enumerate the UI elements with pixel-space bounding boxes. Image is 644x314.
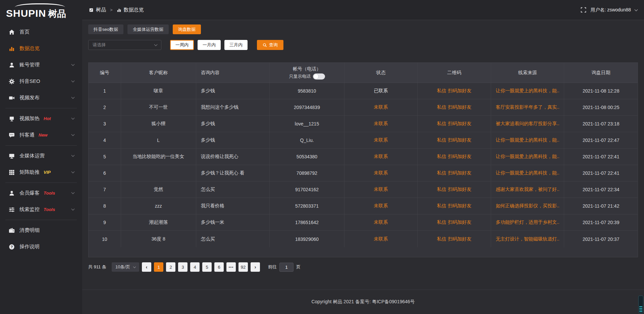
cell-nickname: L	[121, 132, 196, 148]
page-button-1[interactable]: 1	[154, 262, 163, 272]
source-link[interactable]: 让你一眼就爱上的黑科技，能...	[496, 154, 559, 160]
sidebar-item-grid[interactable]: 矩阵助推VIP	[0, 164, 82, 180]
table-header: 编号 客户昵称 咨询内容 帐号（电话） 只显示电话 状态 二维码 线索来源 询盘…	[89, 63, 638, 83]
cell-qrcode: 私信扫码加好友	[418, 165, 491, 181]
sidebar-item-chat[interactable]: 抖客通New	[0, 127, 82, 143]
range-button-3[interactable]: 三月内	[224, 40, 248, 50]
scan-add-friend-link[interactable]: 扫码加好友	[448, 187, 472, 193]
sidebar-item-camera[interactable]: 视频发布	[0, 90, 82, 106]
scan-add-friend-link[interactable]: 扫码加好友	[448, 203, 472, 209]
source-link[interactable]: 感谢大家喜欢我家，被问了好...	[496, 187, 559, 193]
cell-qrcode: 私信扫码加好友	[418, 231, 491, 247]
cell-source: 让你一眼就爱上的黑科技，能...	[491, 149, 565, 165]
tab-2[interactable]: 全媒体运营数据	[127, 24, 169, 34]
sidebar-item-wallet[interactable]: 消费明细	[0, 222, 82, 239]
cell-source: 感谢大家喜欢我家，被问了好...	[491, 181, 565, 198]
bar-chart-icon	[117, 8, 121, 12]
topbar: 树品 > 数据总览 用户名: zswodun88	[82, 0, 644, 20]
next-page-button[interactable]: ›	[251, 262, 260, 272]
source-link[interactable]: 客厅安装投影半年多了，真实...	[496, 104, 559, 110]
chevron-down-icon[interactable]	[635, 8, 638, 11]
table-row: 8zzz我只看价格572803371未联系私信扫码加好友如何正确选择投影仪，买投…	[89, 198, 638, 214]
sidebar-item-user[interactable]: 账号管理	[0, 57, 82, 73]
private-message-link[interactable]: 私信	[437, 104, 446, 110]
private-message-link[interactable]: 私信	[437, 154, 446, 160]
source-link[interactable]: 被大家追着问的客厅投影分享...	[496, 121, 559, 127]
source-link[interactable]: 无主灯设计，智能磁吸轨道灯...	[496, 236, 559, 242]
goto-page-input[interactable]	[279, 263, 293, 272]
scan-add-friend-link[interactable]: 扫码加好友	[448, 88, 472, 94]
sidebar-item-label: 会员爆客	[19, 190, 40, 196]
sidebar-item-question[interactable]: ?操作说明	[0, 239, 82, 255]
sidebar-item-label: 数据总览	[19, 45, 40, 52]
page-button-3[interactable]: 3	[178, 262, 187, 272]
cell-no: 10	[89, 231, 121, 247]
cell-nickname: 啵章	[121, 83, 196, 99]
private-message-link[interactable]: 私信	[437, 187, 446, 193]
username[interactable]: 用户名: zswodun88	[590, 7, 631, 13]
sidebar-item-user-solid[interactable]: 会员爆客Tools	[0, 185, 82, 201]
scan-add-friend-link[interactable]: 扫码加好友	[448, 219, 472, 225]
chevron-down-icon	[154, 43, 158, 46]
phone-only-toggle[interactable]	[313, 73, 325, 80]
sidebar-item-gear[interactable]: 抖音SEO	[0, 73, 82, 90]
cell-date: 2021-11-07 20:39	[564, 214, 638, 230]
scan-add-friend-link[interactable]: 扫码加好友	[448, 170, 472, 176]
page-button-4[interactable]: 4	[190, 262, 200, 272]
private-message-link[interactable]: 私信	[437, 121, 446, 127]
scan-add-friend-link[interactable]: 扫码加好友	[448, 154, 472, 160]
scan-add-friend-link[interactable]: 扫码加好友	[448, 236, 472, 242]
page-button-6[interactable]: 6	[214, 262, 224, 272]
sidebar-divider	[5, 108, 77, 108]
tab-1[interactable]: 抖音seo数据	[88, 24, 123, 34]
sidebar-item-monitor-sm[interactable]: 视频加热Hot	[0, 110, 82, 127]
range-buttons: 一周内一月内三月内	[170, 40, 248, 50]
table-body: 1啵章多少钱9583810已联系私信扫码加好友让你一眼就爱上的黑科技，能...2…	[89, 83, 638, 247]
sidebar-item-chart[interactable]: 数据总览	[0, 40, 82, 57]
col-no: 编号	[89, 63, 121, 83]
scan-add-friend-link[interactable]: 扫码加好友	[448, 104, 472, 110]
sidebar-item-sliders[interactable]: 线索监控Tools	[0, 201, 82, 218]
sidebar-item-label: 抖音SEO	[19, 78, 40, 85]
page-button-2[interactable]: 2	[166, 262, 175, 272]
private-message-link[interactable]: 私信	[437, 203, 446, 209]
private-message-link[interactable]: 私信	[437, 88, 446, 94]
more-pages-button[interactable]: •••	[226, 262, 236, 272]
phone-toggle-row: 只显示电话	[289, 73, 325, 80]
source-link[interactable]: 让你一眼就爱上的黑科技，能...	[496, 137, 559, 143]
private-message-link[interactable]: 私信	[437, 170, 446, 176]
source-link[interactable]: 如何正确选择投影仪，买投影...	[496, 203, 559, 209]
tab-3[interactable]: 询盘数据	[173, 24, 201, 34]
cell-nickname: 不可一世	[121, 99, 196, 115]
private-message-link[interactable]: 私信	[437, 219, 446, 225]
cell-date: 2021-11-07 21:42	[564, 198, 638, 214]
fullscreen-icon[interactable]	[581, 7, 586, 13]
search-button[interactable]: 查询	[257, 40, 283, 50]
cell-date: 2021-11-07 22:47	[564, 132, 638, 148]
floating-widget[interactable]	[638, 296, 643, 314]
breadcrumb-home[interactable]: 树品	[96, 7, 106, 13]
private-message-link[interactable]: 私信	[437, 236, 446, 242]
prev-page-button[interactable]: ‹	[142, 262, 151, 272]
page-size-select[interactable]: 10条/页	[112, 262, 139, 272]
source-link[interactable]: 让你一眼就爱上的黑科技，能...	[496, 88, 559, 94]
private-message-link[interactable]: 私信	[437, 137, 446, 143]
page-button-92[interactable]: 92	[238, 262, 248, 272]
logo: SHUPIN 树品	[0, 0, 82, 20]
scan-add-friend-link[interactable]: 扫码加好友	[448, 137, 472, 143]
source-link[interactable]: 多功能护栏灯，适用于乡村文...	[496, 219, 559, 225]
phone-toggle-label: 只显示电话	[289, 73, 311, 80]
pagination: 共 911 条10条/页‹123456•••92›前往页	[88, 262, 638, 272]
range-button-2[interactable]: 一月内	[198, 40, 221, 50]
sidebar-item-monitor[interactable]: 全媒体运营	[0, 148, 82, 164]
cell-no: 4	[89, 132, 121, 148]
range-button-1[interactable]: 一周内	[170, 40, 194, 50]
source-link[interactable]: 让你一眼就爱上的黑科技，能...	[496, 170, 559, 176]
col-status: 状态	[344, 63, 418, 83]
gear-icon	[9, 78, 15, 85]
sidebar-item-home[interactable]: 首页	[0, 24, 82, 40]
filter-select[interactable]: 请选择	[88, 40, 161, 50]
page-button-5[interactable]: 5	[202, 262, 212, 272]
scan-add-friend-link[interactable]: 扫码加好友	[448, 121, 472, 127]
cell-no: 7	[89, 181, 121, 198]
